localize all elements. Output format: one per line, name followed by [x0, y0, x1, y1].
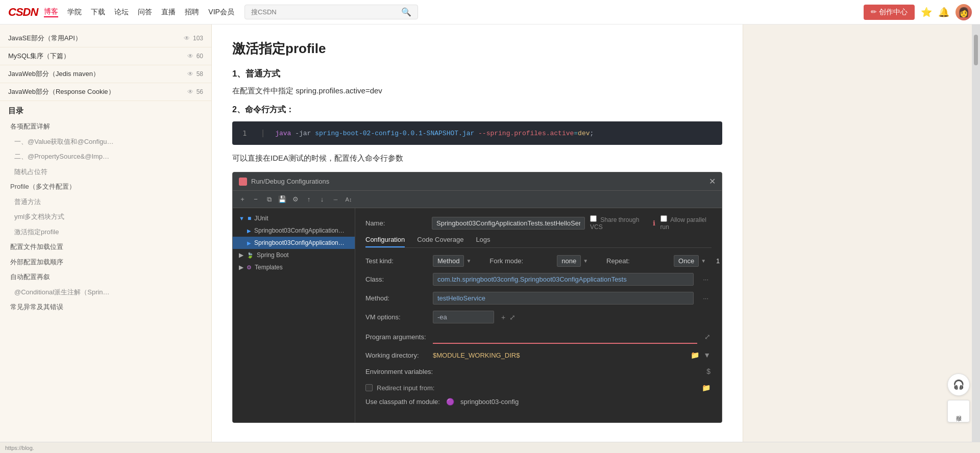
tab-code-coverage[interactable]: Code Coverage: [417, 236, 463, 247]
info-icon: ℹ: [653, 219, 655, 227]
sidebar-article-2[interactable]: MySQL集序（下篇） 👁 60: [0, 47, 211, 65]
toc-item-6[interactable]: yml多文档块方式: [0, 209, 211, 224]
test-label-2: Springboot03ConfigApplicationTest: [254, 239, 346, 246]
templates-label-text: Templates: [255, 264, 283, 271]
prog-args-row: Program arguments: ⤢: [365, 330, 712, 344]
more-button[interactable]: ···: [330, 194, 341, 205]
section1-title: 1、普通方式: [232, 68, 722, 80]
toc-item-9[interactable]: 外部配置加载顺序: [0, 255, 211, 270]
sidebar-article-3[interactable]: JavaWeb部分（Jedis maven） 👁 58: [0, 65, 211, 83]
sidebar-article-1[interactable]: JavaSE部分（常用API） 👁 103: [0, 30, 211, 47]
nav-academy[interactable]: 学院: [67, 8, 82, 17]
method-browse-button[interactable]: ···: [700, 292, 712, 304]
nav-vip[interactable]: VIP会员: [208, 8, 234, 17]
nav-qa[interactable]: 问答: [138, 8, 152, 17]
env-vars-icon[interactable]: $: [705, 366, 712, 376]
bell-icon[interactable]: 🔔: [938, 7, 949, 18]
share-checkbox[interactable]: [590, 215, 597, 222]
toc-item-7[interactable]: 激活指定profile: [0, 224, 211, 240]
page-wrapper: JavaSE部分（常用API） 👁 103 MySQL集序（下篇） 👁 60 J…: [0, 24, 980, 453]
fork-mode-select[interactable]: none ▼: [557, 255, 588, 267]
working-dir-browse-icon[interactable]: 📁: [690, 350, 700, 360]
templates-icon: ⚙: [247, 264, 252, 271]
scrollbar[interactable]: [972, 24, 980, 453]
article-title: JavaSE部分（常用API）: [8, 34, 181, 43]
tree-springboot-test-2[interactable]: ▶ Springboot03ConfigApplicationTest: [233, 237, 355, 249]
env-vars-row: Environment variables: $: [365, 366, 712, 376]
add-config-button[interactable]: +: [237, 194, 248, 205]
ide-form-panel: Name: Share through VCS ℹ Allow parallel…: [355, 208, 722, 422]
toc-item-3[interactable]: 随机占位符: [0, 164, 211, 180]
prog-args-field[interactable]: [433, 330, 697, 344]
view-icon: 👁: [187, 53, 193, 60]
sort-button[interactable]: A↕: [343, 194, 354, 205]
tree-springboot-test-1[interactable]: ▶ Springboot03ConfigApplicationTest: [233, 224, 355, 237]
toc-item-0[interactable]: 各项配置详解: [0, 119, 211, 134]
toc-item-10[interactable]: 自动配置再叙: [0, 269, 211, 285]
status-url: https://blog.: [5, 445, 34, 451]
toc-item-1[interactable]: 一、@Value获取值和@Configu…: [0, 134, 211, 149]
toc-item-11[interactable]: @Conditional派生注解（Sprin…: [0, 285, 211, 300]
vm-fullscreen-icon[interactable]: ⤢: [508, 312, 517, 322]
ide-body: ▼ ■ JUnit ▶ Springboot03ConfigApplicatio…: [233, 208, 722, 422]
create-center-button[interactable]: ✏ 创作中心: [864, 5, 915, 20]
move-up-button[interactable]: ↑: [303, 194, 314, 205]
fork-mode-value: none: [557, 255, 581, 267]
nav-download[interactable]: 下载: [91, 8, 105, 17]
sidebar-article-4[interactable]: JavaWeb部分（Response Cookie） 👁 56: [0, 83, 211, 101]
test-kind-select[interactable]: Method ▼: [433, 255, 471, 267]
tree-junit-group[interactable]: ▼ ■ JUnit: [233, 212, 355, 224]
code-block: 1 | java -jar spring-boot-02-config-0.0.…: [232, 121, 722, 145]
nav-links: 博客 学院 下载 论坛 问答 直播 招聘 VIP会员: [44, 7, 234, 17]
copy-config-button[interactable]: ⧉: [263, 194, 275, 205]
settings-button[interactable]: ⚙: [290, 194, 301, 205]
test-kind-row: Test kind: Method ▼ Fork mode: none ▼ Re…: [365, 255, 712, 267]
method-row: Method: testHelloService ···: [365, 292, 712, 305]
prog-args-fullscreen-icon[interactable]: ⤢: [703, 332, 712, 342]
repeat-select[interactable]: Once ▼: [674, 255, 706, 267]
junit-label: ■: [248, 215, 251, 222]
module-icon: 🟣: [446, 398, 454, 406]
save-config-button[interactable]: 💾: [277, 194, 288, 205]
tree-templates-group[interactable]: ▶ ⚙ Templates: [233, 261, 355, 273]
working-dir-arrow-icon[interactable]: ▼: [702, 350, 712, 360]
allow-parallel-checkbox[interactable]: [660, 215, 667, 222]
vm-action-icons: + ⤢: [500, 312, 517, 322]
search-input[interactable]: [251, 8, 401, 16]
tab-logs[interactable]: Logs: [476, 236, 490, 247]
code-separator: |: [262, 129, 264, 138]
allow-parallel-label: Allow parallel run: [660, 215, 712, 231]
nav-blog[interactable]: 博客: [44, 7, 58, 17]
redirect-input-checkbox[interactable]: [365, 384, 373, 391]
test-icon-2: ▶: [247, 240, 251, 246]
tree-springboot-group[interactable]: ▶ 🍃 Spring Boot: [233, 249, 355, 261]
toc-item-5[interactable]: 普通方法: [0, 194, 211, 210]
star-icon[interactable]: ⭐: [921, 7, 932, 18]
remove-config-button[interactable]: −: [250, 194, 261, 205]
user-avatar[interactable]: 👩: [955, 4, 972, 20]
ide-close-button[interactable]: ✕: [709, 177, 716, 186]
working-dir-action-icons: 📁 ▼: [690, 350, 712, 360]
move-down-button[interactable]: ↓: [316, 194, 328, 205]
headset-button[interactable]: 🎧: [947, 373, 970, 396]
report-button[interactable]: 举报: [947, 400, 970, 422]
view-count: 60: [197, 53, 203, 60]
toc-item-4[interactable]: Profile（多文件配置）: [0, 179, 211, 194]
test-kind-label: Test kind:: [365, 257, 427, 265]
section2-title: 2、命令行方式：: [232, 105, 722, 115]
redirect-browse-icon[interactable]: 📁: [701, 383, 712, 393]
scrollbar-thumb[interactable]: [974, 35, 978, 65]
name-field-input[interactable]: [432, 217, 585, 230]
csdn-logo[interactable]: CSDN: [8, 6, 38, 19]
nav-live[interactable]: 直播: [161, 8, 176, 17]
vm-expand-icon[interactable]: +: [500, 312, 506, 322]
toc-item-12[interactable]: 常见异常及其错误: [0, 299, 211, 315]
article-title: MySQL集序（下篇）: [8, 52, 184, 61]
toc-item-8[interactable]: 配置文件加载位置: [0, 239, 211, 255]
toc-item-2[interactable]: 二、@PropertySource&@Imp…: [0, 149, 211, 164]
class-browse-button[interactable]: ···: [700, 273, 712, 285]
search-icon[interactable]: 🔍: [401, 7, 411, 17]
nav-forum[interactable]: 论坛: [114, 8, 129, 17]
tab-configuration[interactable]: Configuration: [365, 236, 405, 247]
nav-job[interactable]: 招聘: [185, 8, 199, 17]
